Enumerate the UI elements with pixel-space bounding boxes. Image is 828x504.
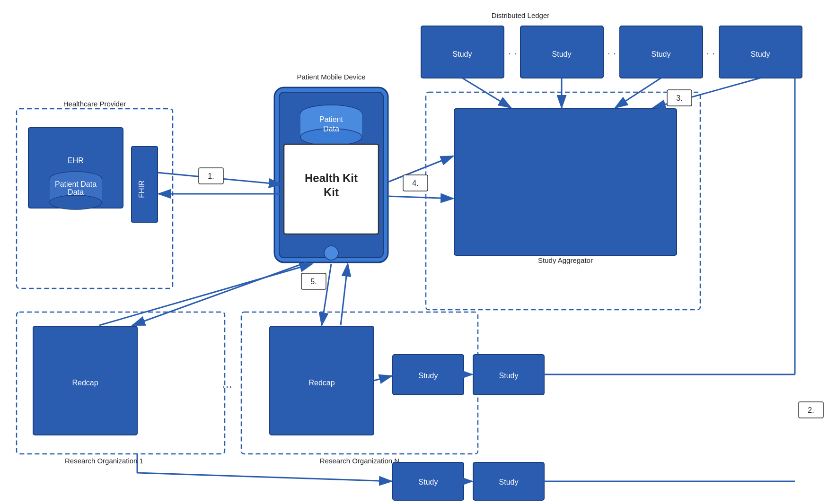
ehr-label: EHR [68, 156, 84, 165]
ellipsis-orgs: ... [222, 376, 232, 391]
study-label-3: Study [652, 50, 671, 58]
number-3-label: 3. [676, 94, 682, 102]
arrow-redcap1-phone [99, 264, 312, 325]
arrow-study3-aggregator [615, 78, 661, 108]
patient-data-label-ehr2: Data [68, 188, 84, 196]
research-org-n-label: Research Organization N [320, 457, 399, 465]
number-4-label: 4. [412, 179, 418, 187]
redcap2-label: Redcap [308, 379, 335, 387]
healthcare-provider-label: Healthcare Provider [63, 100, 126, 108]
study-label-4: Study [751, 50, 770, 58]
distributed-ledger-label: Distributed Ledger [492, 11, 550, 19]
study-label-bot-d: Study [499, 478, 519, 486]
number-5-label: 5. [310, 278, 317, 286]
patient-data-cylinder-bottom [50, 195, 102, 209]
health-kit-label1: Health Kit [305, 172, 358, 184]
arrow-phone-redcap1 [132, 262, 307, 325]
arrow-redcap1-study-c [137, 473, 392, 481]
redcap1-label: Redcap [72, 379, 98, 387]
arrow-redcap2-study-a [374, 376, 392, 381]
dots-3: . . [706, 45, 715, 57]
patient-mobile-label: Patient Mobile Device [297, 73, 365, 81]
arrow-study1-aggregator [462, 78, 511, 108]
study-label-mid-b: Study [499, 372, 519, 380]
study-label-bot-c: Study [419, 478, 438, 486]
patient-data-phone-label1: Patient [319, 115, 343, 123]
patient-data-phone-label2: Data [323, 125, 339, 133]
number-1-label: 1. [208, 172, 214, 180]
study-aggregator-box [454, 109, 677, 255]
arrow-hk-to-sa-2 [388, 196, 453, 199]
study-label-1: Study [453, 50, 472, 58]
number-2-label: 2. [808, 406, 814, 414]
patient-data-label-ehr1: Patient Data [55, 180, 97, 188]
study-label-mid-a: Study [419, 372, 438, 380]
health-kit-label2: Kit [324, 186, 339, 199]
phone-home-button [324, 246, 338, 260]
research-org-1-label: Research Organization 1 [65, 457, 143, 465]
study-label-2: Study [552, 50, 572, 58]
study-aggregator-label: Study Aggregator [538, 256, 593, 264]
dots-1: . . [508, 45, 517, 57]
dots-2: . . [608, 45, 616, 57]
fhir-label: FHIR [138, 180, 146, 198]
arrow-redcap2-phone [341, 264, 348, 325]
